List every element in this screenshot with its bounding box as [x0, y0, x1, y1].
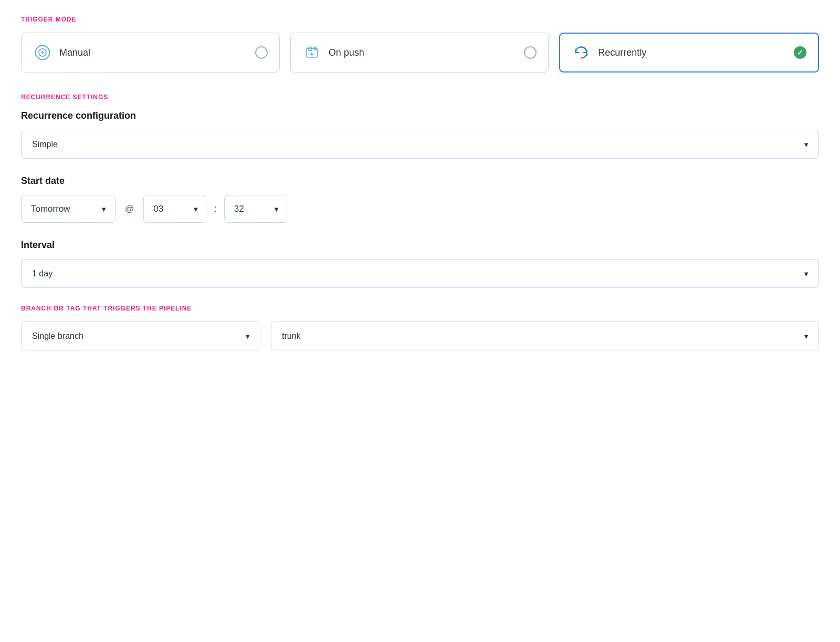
- manual-icon: [33, 43, 52, 62]
- recurrence-config-block: Recurrence configuration Simple Advanced: [21, 110, 819, 159]
- at-separator: @: [123, 204, 136, 214]
- interval-block: Interval 1 hour 6 hours 12 hours 1 day 1…: [21, 240, 819, 288]
- start-date-day-select[interactable]: Today Tomorrow Custom: [21, 195, 116, 223]
- trigger-label-recurrently: Recurrently: [598, 47, 646, 58]
- recurrence-config-select[interactable]: Simple Advanced: [21, 130, 819, 159]
- svg-point-2: [41, 51, 44, 54]
- trigger-label-manual: Manual: [59, 47, 90, 58]
- recurrence-config-select-wrapper: Simple Advanced: [21, 130, 819, 159]
- start-date-block: Start date Today Tomorrow Custom @ 00010…: [21, 175, 819, 223]
- hour-select[interactable]: 000102 03 040506 070809 101112: [143, 195, 206, 223]
- interval-label: Interval: [21, 240, 819, 251]
- trigger-mode-section: TRIGGER MODE Manual: [21, 16, 819, 73]
- start-date-day-wrapper: Today Tomorrow Custom: [21, 195, 116, 223]
- manual-radio[interactable]: [255, 46, 268, 59]
- branch-settings-label: BRANCH OR TAG THAT TRIGGERS THE PIPELINE: [21, 305, 819, 312]
- branch-settings-section: BRANCH OR TAG THAT TRIGGERS THE PIPELINE…: [21, 305, 819, 350]
- recurrently-radio[interactable]: [794, 46, 806, 59]
- on-push-icon: [302, 43, 321, 62]
- trigger-card-manual[interactable]: Manual: [21, 33, 280, 73]
- interval-select[interactable]: 1 hour 6 hours 12 hours 1 day 1 week 1 m…: [21, 259, 819, 288]
- start-date-label: Start date: [21, 175, 819, 187]
- branch-type-wrapper: Single branch All branches Tag: [21, 322, 260, 350]
- trigger-card-recurrently[interactable]: Recurrently: [559, 33, 819, 73]
- branch-value-select[interactable]: trunk main master develop: [271, 322, 819, 350]
- branch-row: Single branch All branches Tag trunk mai…: [21, 322, 819, 350]
- branch-value-wrapper: trunk main master develop: [271, 322, 819, 350]
- recurrently-icon: [572, 43, 591, 62]
- on-push-radio[interactable]: [524, 46, 537, 59]
- trigger-mode-row: Manual On push: [21, 33, 819, 73]
- minute-select[interactable]: 000510 152025 3032 354045 5055: [224, 195, 287, 223]
- hour-select-wrapper: 000102 03 040506 070809 101112: [143, 195, 206, 223]
- trigger-label-on-push: On push: [329, 47, 364, 58]
- recurrence-settings-section: RECURRENCE SETTINGS Recurrence configura…: [21, 94, 819, 288]
- trigger-mode-label: TRIGGER MODE: [21, 16, 819, 23]
- minute-select-wrapper: 000510 152025 3032 354045 5055: [224, 195, 287, 223]
- interval-select-wrapper: 1 hour 6 hours 12 hours 1 day 1 week 1 m…: [21, 259, 819, 288]
- trigger-card-on-push[interactable]: On push: [290, 33, 549, 73]
- recurrence-settings-label: RECURRENCE SETTINGS: [21, 94, 819, 101]
- colon-separator: :: [214, 203, 217, 215]
- branch-type-select[interactable]: Single branch All branches Tag: [21, 322, 260, 350]
- recurrence-config-label: Recurrence configuration: [21, 110, 819, 121]
- start-date-row: Today Tomorrow Custom @ 000102 03 040506…: [21, 195, 819, 223]
